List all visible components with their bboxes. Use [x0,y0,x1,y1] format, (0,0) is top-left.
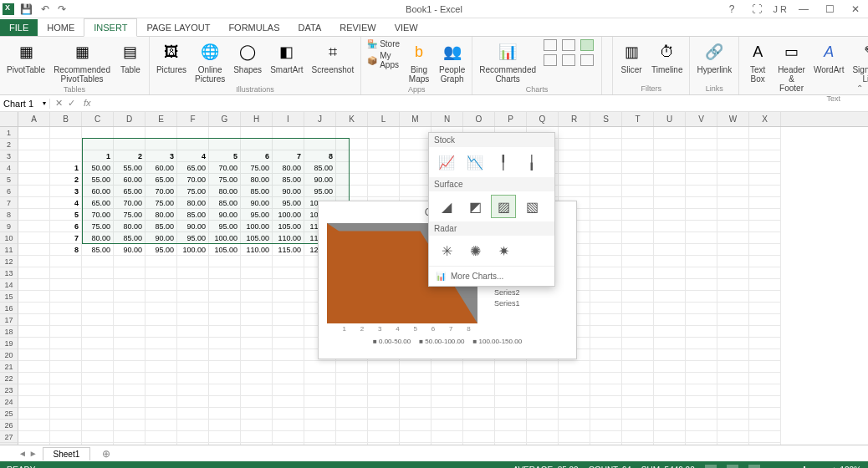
cell[interactable]: 100.00 [177,244,209,256]
cell[interactable]: 85.00 [273,174,304,186]
minimize-button[interactable]: — [794,3,814,15]
shapes-button[interactable]: ◯Shapes [232,38,263,76]
cell[interactable] [273,443,304,445]
row-header[interactable]: 15 [0,291,18,303]
cell[interactable] [622,420,654,431]
cell[interactable] [273,279,304,291]
cell[interactable] [82,127,114,139]
cell[interactable] [209,291,241,303]
cell[interactable] [209,443,241,445]
cell[interactable] [590,303,622,314]
cell[interactable] [590,443,622,445]
cell[interactable] [273,267,304,279]
row-header[interactable]: 7 [0,197,18,209]
cell[interactable] [177,443,209,445]
band-item[interactable]: 0.00-50.00 [373,338,411,345]
cell[interactable] [686,150,717,162]
cell[interactable] [18,127,50,139]
cell[interactable] [368,186,400,197]
cell[interactable] [622,162,654,174]
col-header[interactable]: D [114,112,146,126]
cell[interactable] [717,408,749,420]
cell[interactable] [304,384,336,396]
cell[interactable] [717,162,749,174]
cell[interactable] [463,384,495,396]
cell[interactable] [527,408,559,420]
cell[interactable] [590,267,622,279]
cell[interactable]: 85.00 [146,221,177,232]
cell[interactable] [18,232,50,244]
cell[interactable] [590,162,622,174]
cell[interactable] [50,396,82,408]
cell[interactable] [495,373,527,384]
cell[interactable]: 70.00 [114,197,146,209]
cell[interactable] [749,408,781,420]
surface-3d-icon[interactable]: ◢ [434,195,459,218]
cell[interactable] [209,127,241,139]
stock-vohlc-icon[interactable]: ╽ [519,150,544,174]
cell[interactable]: 2 [114,150,146,162]
cell[interactable] [241,314,273,326]
zoom-out-icon[interactable]: − [770,465,775,469]
page-layout-view-icon[interactable] [727,465,738,468]
col-header[interactable]: J [304,112,336,126]
cell[interactable] [717,326,749,338]
cell[interactable]: 4 [50,197,82,209]
cell[interactable] [400,174,431,186]
cell[interactable]: 90.00 [273,186,304,197]
cell[interactable] [590,326,622,338]
cell[interactable] [336,384,368,396]
cell[interactable] [559,384,590,396]
cell[interactable] [622,431,654,443]
row-header[interactable]: 18 [0,326,18,338]
cell[interactable] [527,384,559,396]
cell[interactable] [622,314,654,326]
cell[interactable] [717,232,749,244]
cell[interactable] [18,279,50,291]
cell[interactable] [241,139,273,150]
cell[interactable] [114,303,146,314]
cell[interactable]: 3 [146,150,177,162]
cell[interactable] [463,431,495,443]
cell[interactable]: 80.00 [209,186,241,197]
surface-chart-icon[interactable] [580,39,594,51]
cell[interactable] [18,197,50,209]
cell[interactable] [209,384,241,396]
cell[interactable] [622,303,654,314]
cell[interactable] [146,267,177,279]
cell[interactable] [241,267,273,279]
cell[interactable] [527,373,559,384]
cell[interactable] [686,326,717,338]
scatter-chart-icon[interactable] [580,54,594,66]
cell[interactable] [241,420,273,431]
cell[interactable] [622,221,654,232]
bing-maps-button[interactable]: bBing Maps [406,38,432,85]
cell[interactable] [559,139,590,150]
cell[interactable] [82,443,114,445]
cell[interactable] [717,150,749,162]
row-header[interactable]: 5 [0,174,18,186]
cell[interactable] [336,396,368,408]
col-header[interactable]: T [622,112,654,126]
cell[interactable] [559,361,590,373]
page-break-view-icon[interactable] [748,465,760,468]
cell[interactable] [114,291,146,303]
cell[interactable] [622,232,654,244]
row-header[interactable]: 24 [0,396,18,408]
cell[interactable] [749,279,781,291]
cell[interactable] [749,174,781,186]
cell[interactable] [622,291,654,303]
cell[interactable] [50,431,82,443]
cell[interactable] [177,431,209,443]
cell[interactable] [400,150,431,162]
cell[interactable] [590,431,622,443]
cell[interactable]: 95.00 [241,209,273,221]
cell[interactable] [114,396,146,408]
tab-review[interactable]: REVIEW [330,19,385,36]
cell[interactable] [336,408,368,420]
cell[interactable] [177,420,209,431]
cell[interactable] [241,431,273,443]
cell[interactable]: 65.00 [114,186,146,197]
cell[interactable]: 95.00 [177,232,209,244]
cell[interactable] [559,373,590,384]
